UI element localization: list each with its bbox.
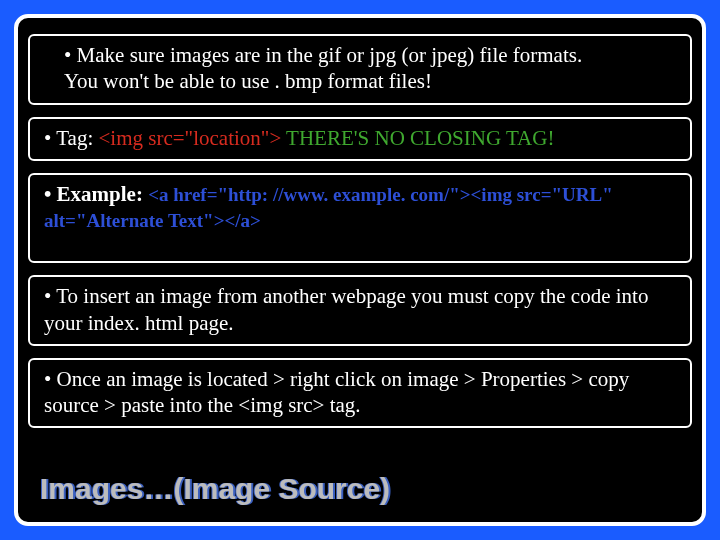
bullet-formats: Make sure images are in the gif or jpg (…: [28, 34, 692, 105]
example-label: Example:: [44, 182, 148, 206]
slide-title: Images…(Image Source): [40, 472, 390, 506]
img-tag-code: <img src="location">: [99, 126, 282, 150]
bullet-insert-text: To insert an image from another webpage …: [44, 284, 648, 334]
bullet-text-line2: You won't be able to use . bmp format fi…: [64, 69, 432, 93]
bullet-tag: Tag: <img src="location"> THERE'S NO CLO…: [28, 117, 692, 161]
bullet-tag-label: Tag:: [44, 126, 99, 150]
bullet-text: Make sure images are in the gif or jpg (…: [64, 43, 582, 67]
slide-frame: Make sure images are in the gif or jpg (…: [0, 0, 720, 540]
bullet-example: Example: <a href="http: //www. example. …: [28, 173, 692, 264]
example-code-1: <a href="http: //www. example. com/"><im…: [148, 184, 613, 205]
slide-body: Make sure images are in the gif or jpg (…: [14, 14, 706, 526]
no-closing-tag: THERE'S NO CLOSING TAG!: [281, 126, 554, 150]
bullet-copy-text: Once an image is located > right click o…: [44, 367, 629, 417]
bullet-copy-source: Once an image is located > right click o…: [28, 358, 692, 429]
bullet-insert-image: To insert an image from another webpage …: [28, 275, 692, 346]
example-code-2: alt="Alternate Text"></a>: [44, 210, 261, 231]
